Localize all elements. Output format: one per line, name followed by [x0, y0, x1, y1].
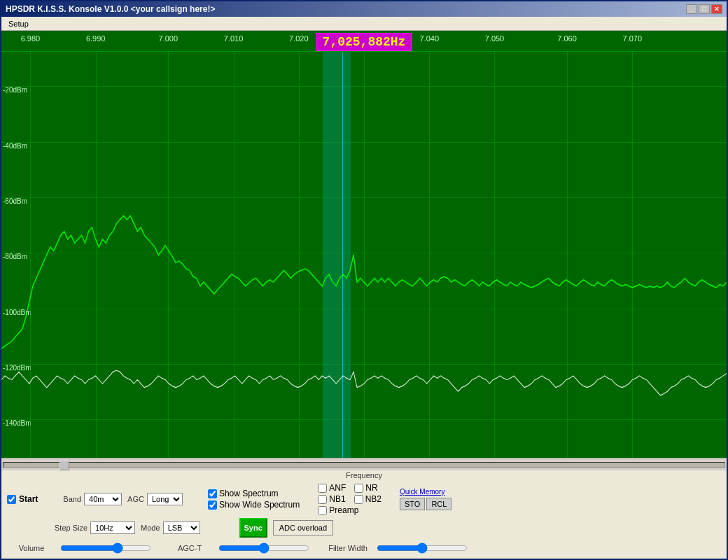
- freq-label-6: 7.040: [419, 34, 439, 43]
- controls-row-2: Step Size 10Hz 1Hz 100Hz 1kHz 10kHz 100k…: [7, 518, 721, 538]
- frequency-axis: 6.980 6.990 7.000 7.010 7.020 7.030 7.04…: [1, 31, 727, 52]
- scrollbar-area: [1, 458, 727, 470]
- nb2-label[interactable]: NB2: [354, 494, 382, 504]
- mode-group: Mode LSB AM FM USB DSB CWL CWU: [141, 522, 200, 534]
- maximize-button[interactable]: □: [699, 4, 710, 14]
- show-spectrum-checkbox[interactable]: [208, 489, 217, 498]
- filter-checkboxes: ANF NR NB1 NB2: [318, 483, 382, 515]
- step-size-select[interactable]: 10Hz 1Hz 100Hz 1kHz 10kHz 100kHz: [90, 522, 135, 534]
- nb1-nb2-row: NB1 NB2: [318, 494, 382, 504]
- step-size-group: Step Size 10Hz 1Hz 100Hz 1kHz 10kHz 100k…: [55, 522, 135, 534]
- step-size-label: Step Size: [55, 524, 88, 532]
- freq-label-3: 7.010: [224, 34, 244, 43]
- wide-spectrum-white: [1, 370, 727, 396]
- agct-label: AGC-T: [165, 544, 214, 552]
- window-title: HPSDR K.I.S.S. Konsole V1.0.0 <your call…: [6, 4, 215, 14]
- preamp-row: Preamp: [318, 505, 382, 515]
- sto-rcl-group: STO RCL: [400, 498, 451, 510]
- close-button[interactable]: ✕: [711, 4, 722, 14]
- frequency-label: Frequency: [1, 470, 727, 480]
- slider-row: Volume AGC-T Filter Width: [7, 540, 721, 556]
- agct-slider[interactable]: [218, 543, 309, 553]
- freq-label-1: 6.990: [86, 34, 106, 43]
- controls-area: Start Band 40m 160m 80m 60m 30m 20m 17m …: [1, 480, 727, 559]
- spectrum-checkboxes: Show Spectrum Show Wide Spectrum: [208, 489, 300, 510]
- band-label: Band: [63, 495, 81, 503]
- volume-group: Volume: [7, 543, 151, 553]
- freq-label-7: 7.050: [485, 34, 505, 43]
- show-wide-spectrum-text: Show Wide Spectrum: [219, 500, 300, 510]
- show-spectrum-label[interactable]: Show Spectrum: [208, 489, 300, 498]
- wide-spectrum-line: [1, 216, 727, 349]
- show-wide-spectrum-checkbox[interactable]: [208, 500, 217, 510]
- nb1-label[interactable]: NB1: [318, 494, 345, 504]
- freq-label-4: 7.020: [289, 34, 309, 43]
- menu-setup[interactable]: Setup: [4, 19, 33, 29]
- scrollbar-thumb[interactable]: [59, 461, 69, 470]
- start-section: Start: [7, 494, 38, 504]
- agc-select[interactable]: Long Off Fast Med: [147, 493, 183, 505]
- scrollbar-track[interactable]: [3, 462, 725, 468]
- nr-checkbox[interactable]: [354, 484, 363, 493]
- start-text: Start: [19, 494, 38, 504]
- agc-group: AGC Long Off Fast Med: [127, 493, 183, 505]
- mode-select[interactable]: LSB AM FM USB DSB CWL CWU: [163, 522, 200, 534]
- spectrum-display[interactable]: 6.980 6.990 7.000 7.010 7.020 7.030 7.04…: [1, 31, 727, 458]
- volume-slider[interactable]: [60, 543, 151, 553]
- band-group: Band 40m 160m 80m 60m 30m 20m 17m 15m 12…: [63, 493, 122, 505]
- preamp-label[interactable]: Preamp: [318, 505, 358, 515]
- menubar: Setup: [1, 17, 727, 31]
- controls-row-1: Start Band 40m 160m 80m 60m 30m 20m 17m …: [7, 483, 721, 515]
- quick-memory-label[interactable]: Quick Memory: [400, 488, 444, 496]
- anf-checkbox[interactable]: [318, 484, 327, 493]
- band-select[interactable]: 40m 160m 80m 60m 30m 20m 17m 15m 12m 10m: [84, 493, 122, 505]
- window-controls: _ □ ✕: [686, 4, 722, 14]
- rcl-button[interactable]: RCL: [426, 498, 451, 510]
- nr-label[interactable]: NR: [354, 483, 377, 493]
- sync-button[interactable]: Sync: [239, 518, 267, 538]
- anf-label[interactable]: ANF: [318, 483, 346, 493]
- start-checkbox[interactable]: [7, 495, 16, 504]
- sto-button[interactable]: STO: [400, 498, 425, 510]
- show-wide-spectrum-label[interactable]: Show Wide Spectrum: [208, 500, 300, 510]
- filter-width-slider[interactable]: [377, 543, 468, 553]
- adc-overload-button[interactable]: ADC overload: [273, 520, 333, 536]
- filter-width-group: Filter Width: [323, 543, 468, 553]
- main-window: HPSDR K.I.S.S. Konsole V1.0.0 <your call…: [0, 0, 728, 560]
- freq-label-8: 7.060: [557, 34, 577, 43]
- minimize-button[interactable]: _: [686, 4, 697, 14]
- nb2-checkbox[interactable]: [354, 495, 363, 504]
- agct-group: AGC-T: [165, 543, 309, 553]
- quick-memory-section: Quick Memory STO RCL: [400, 488, 451, 510]
- freq-label-0: 6.980: [21, 34, 41, 43]
- preamp-checkbox[interactable]: [318, 506, 327, 515]
- freq-label-2: 7.000: [159, 34, 178, 43]
- spectrum-svg: [1, 52, 727, 458]
- mode-label: Mode: [141, 524, 160, 532]
- nb1-checkbox[interactable]: [318, 495, 327, 504]
- anf-nr-row: ANF NR: [318, 483, 382, 493]
- center-frequency-display: 7,025,882Hz: [316, 33, 412, 51]
- agc-label: AGC: [127, 495, 144, 503]
- start-label[interactable]: Start: [7, 494, 38, 504]
- freq-label-9: 7.070: [623, 34, 643, 43]
- titlebar: HPSDR K.I.S.S. Konsole V1.0.0 <your call…: [1, 1, 727, 17]
- show-spectrum-text: Show Spectrum: [219, 489, 279, 498]
- filter-width-label: Filter Width: [323, 544, 372, 552]
- volume-label: Volume: [7, 544, 56, 552]
